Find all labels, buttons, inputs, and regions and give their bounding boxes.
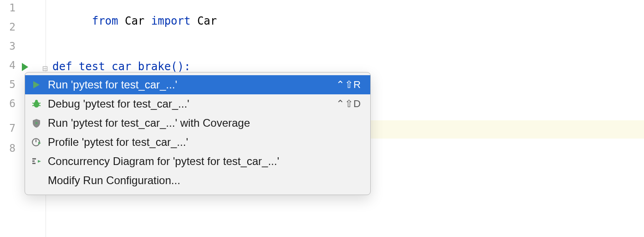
run-gutter-icon[interactable] xyxy=(22,63,28,71)
bug-icon xyxy=(30,97,43,111)
concurrency-icon xyxy=(30,155,43,168)
code-line-1[interactable]: from Car import Car xyxy=(52,2,217,40)
line-number: 2 xyxy=(0,21,15,33)
svg-line-5 xyxy=(39,105,41,106)
keyword-import: import xyxy=(151,15,191,27)
menu-shortcut: ⌃⇧R xyxy=(336,79,361,91)
svg-rect-12 xyxy=(32,160,35,162)
menu-item-debug[interactable]: Debug 'pytest for test_car_...' ⌃⇧D xyxy=(25,94,370,113)
line-number: 5 xyxy=(0,78,15,90)
menu-label: Debug 'pytest for test_car_...' xyxy=(48,98,336,110)
keyword-from: from xyxy=(92,15,118,27)
svg-line-4 xyxy=(32,105,34,106)
menu-label: Modify Run Configuration... xyxy=(48,174,361,187)
profile-icon xyxy=(30,135,43,149)
line-number: 8 xyxy=(0,142,15,154)
line-number: 6 xyxy=(0,98,15,109)
menu-shortcut: ⌃⇧D xyxy=(336,98,361,110)
svg-line-2 xyxy=(32,103,34,103)
menu-item-run[interactable]: Run 'pytest for test_car_...' ⌃⇧R xyxy=(25,75,370,94)
empty-icon xyxy=(30,174,43,187)
svg-marker-14 xyxy=(38,160,41,163)
menu-label: Run 'pytest for test_car_...' with Cover… xyxy=(48,117,361,129)
line-number: 3 xyxy=(0,40,15,52)
menu-label: Profile 'pytest for test_car_...' xyxy=(48,136,361,149)
svg-point-6 xyxy=(35,100,38,103)
run-icon xyxy=(30,78,43,92)
menu-label: Run 'pytest for test_car_...' xyxy=(48,78,336,91)
menu-label: Concurrency Diagram for 'pytest for test… xyxy=(48,155,361,168)
menu-item-coverage[interactable]: Run 'pytest for test_car_...' with Cover… xyxy=(25,113,370,133)
svg-marker-0 xyxy=(33,81,40,88)
class-name: Car xyxy=(197,15,217,27)
menu-item-profile[interactable]: Profile 'pytest for test_car_...' xyxy=(25,133,370,152)
line-number: 1 xyxy=(0,2,15,14)
svg-rect-11 xyxy=(32,158,36,160)
svg-rect-13 xyxy=(32,163,36,164)
line-number: 7 xyxy=(0,122,15,134)
code-line-4[interactable]: def test_car_brake(): xyxy=(52,60,190,73)
module-name: Car xyxy=(125,15,144,27)
menu-item-modify-config[interactable]: Modify Run Configuration... xyxy=(25,171,370,190)
run-context-menu: Run 'pytest for test_car_...' ⌃⇧R Debug … xyxy=(25,72,371,195)
svg-line-3 xyxy=(39,103,41,103)
shield-run-icon xyxy=(30,116,43,130)
menu-item-concurrency[interactable]: Concurrency Diagram for 'pytest for test… xyxy=(25,152,370,171)
line-number: 4 xyxy=(0,59,15,71)
